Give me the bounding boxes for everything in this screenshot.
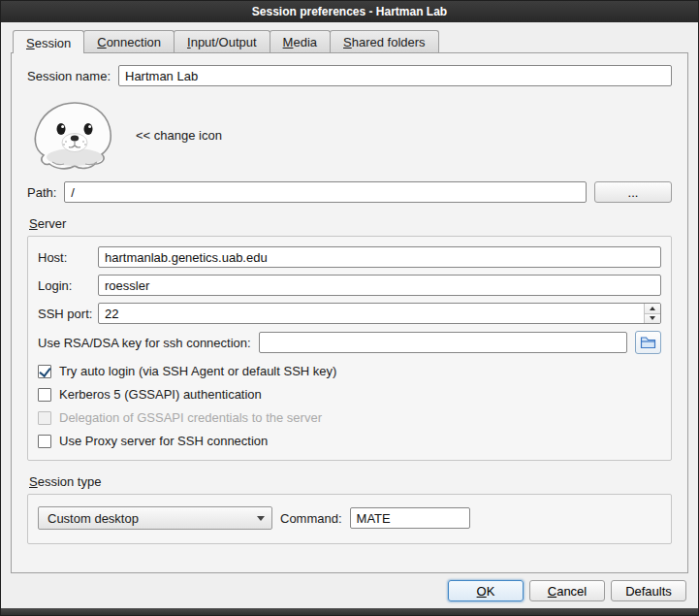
tab-bar: Session Connection Input/Output Media Sh… xyxy=(11,30,688,52)
server-group-label: Server xyxy=(29,216,672,231)
ssh-port-input[interactable] xyxy=(99,304,644,323)
tab-connection[interactable]: Connection xyxy=(83,30,175,52)
gssapi-delegation-label: Delegation of GSSAPI credentials to the … xyxy=(59,410,322,425)
ok-button[interactable]: OK xyxy=(448,580,524,601)
host-input[interactable] xyxy=(98,246,661,268)
session-type-row: Custom desktop Command: xyxy=(38,504,661,532)
login-row: Login: xyxy=(38,275,661,296)
spin-down-button[interactable] xyxy=(645,313,660,324)
proxy-checkbox[interactable] xyxy=(38,435,51,448)
tab-media[interactable]: Media xyxy=(270,30,331,52)
tab-session[interactable]: Session xyxy=(13,30,84,53)
kerberos-label: Kerberos 5 (GSSAPI) authentication xyxy=(59,387,262,402)
seal-icon xyxy=(29,96,118,174)
up-arrow-icon xyxy=(650,307,655,310)
session-name-label: Session name: xyxy=(27,69,111,83)
ssh-port-spin-buttons xyxy=(644,304,660,323)
session-type-group: Custom desktop Command: xyxy=(27,494,672,544)
window-bottom-edge xyxy=(1,608,698,615)
folder-open-icon xyxy=(640,336,656,349)
browse-key-button[interactable] xyxy=(635,331,661,354)
spin-up-button[interactable] xyxy=(645,304,660,313)
gssapi-delegation-checkbox xyxy=(38,411,51,425)
session-icon-button[interactable] xyxy=(29,96,118,174)
cancel-button[interactable]: Cancel xyxy=(529,580,605,601)
window-title: Session preferences - Hartman Lab xyxy=(252,5,447,18)
session-tab-pane: Session name: xyxy=(11,52,688,573)
change-icon-label: << change icon xyxy=(136,128,222,143)
session-type-value: Custom desktop xyxy=(48,511,139,526)
session-name-row: Session name: xyxy=(27,65,672,86)
checkbox-row-auto-login[interactable]: Try auto login (via SSH Agent or default… xyxy=(38,364,661,378)
tab-shared-folders[interactable]: Shared folders xyxy=(330,30,439,52)
title-bar: Session preferences - Hartman Lab xyxy=(1,1,698,22)
login-input[interactable] xyxy=(98,275,661,296)
auto-login-checkbox[interactable] xyxy=(38,365,51,378)
server-group: Host: Login: SSH port: xyxy=(27,236,672,461)
session-type-dropdown[interactable]: Custom desktop xyxy=(38,506,272,530)
path-input[interactable] xyxy=(64,181,587,203)
browse-path-button[interactable]: ... xyxy=(594,181,672,203)
path-row: Path: ... xyxy=(27,181,672,203)
ssh-port-label: SSH port: xyxy=(38,307,98,321)
chevron-down-icon xyxy=(257,516,265,521)
tab-input-output[interactable]: Input/Output xyxy=(174,30,270,52)
rsa-key-label: Use RSA/DSA key for ssh connection: xyxy=(38,336,251,350)
dialog-body: Session Connection Input/Output Media Sh… xyxy=(1,22,698,608)
login-label: Login: xyxy=(38,278,98,293)
proxy-label: Use Proxy server for SSH connection xyxy=(59,434,268,448)
command-label: Command: xyxy=(280,511,342,526)
checkbox-row-proxy[interactable]: Use Proxy server for SSH connection xyxy=(38,434,661,448)
host-label: Host: xyxy=(38,250,98,265)
auto-login-label: Try auto login (via SSH Agent or default… xyxy=(59,364,336,378)
checkbox-row-gssapi-delegation: Delegation of GSSAPI credentials to the … xyxy=(38,410,661,425)
down-arrow-icon xyxy=(650,316,655,320)
ssh-port-row: SSH port: xyxy=(38,303,661,324)
path-label: Path: xyxy=(27,185,56,200)
command-input[interactable] xyxy=(350,507,470,529)
session-preferences-window: Session preferences - Hartman Lab Sessio… xyxy=(0,0,699,616)
session-name-input[interactable] xyxy=(118,65,672,86)
session-type-group-label: Session type xyxy=(29,474,672,489)
rsa-key-row: Use RSA/DSA key for ssh connection: xyxy=(38,331,661,354)
icon-row: << change icon xyxy=(29,96,672,174)
button-box: OK Cancel Defaults xyxy=(11,573,688,608)
host-row: Host: xyxy=(38,246,661,268)
kerberos-checkbox[interactable] xyxy=(38,388,51,402)
checkbox-row-kerberos[interactable]: Kerberos 5 (GSSAPI) authentication xyxy=(38,387,661,402)
rsa-key-input[interactable] xyxy=(259,332,627,353)
ssh-port-spinbox xyxy=(98,303,661,324)
defaults-button[interactable]: Defaults xyxy=(611,580,686,601)
